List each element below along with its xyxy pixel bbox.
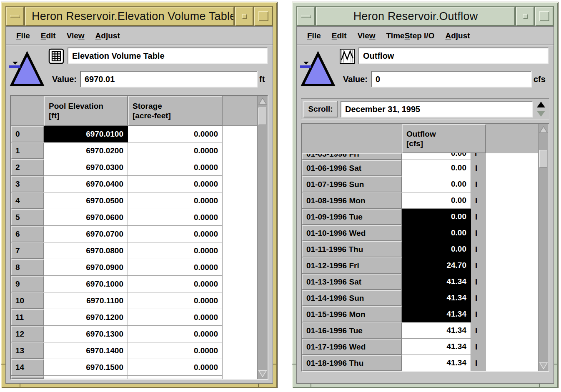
row-header[interactable]: 2 bbox=[11, 159, 44, 176]
outflow-value-cell[interactable]: 41.34 bbox=[402, 290, 471, 306]
value-field[interactable]: 0 bbox=[371, 71, 532, 87]
scrollbar-thumb[interactable] bbox=[539, 150, 547, 167]
date-row-header[interactable]: 01-08-1996 Mon bbox=[302, 192, 402, 209]
outflow-value-cell[interactable]: 0.00 bbox=[402, 192, 471, 209]
date-row-header[interactable]: 01-14-1996 Sun bbox=[302, 290, 402, 306]
storage-cell[interactable]: 0.0000 bbox=[128, 242, 223, 259]
resize-notch[interactable] bbox=[273, 364, 277, 365]
menu-file[interactable]: File bbox=[302, 30, 326, 42]
date-row-header[interactable]: 01-10-1996 Wed bbox=[302, 225, 402, 241]
pool-elevation-cell[interactable]: 6970.1000 bbox=[44, 276, 128, 292]
row-header[interactable]: 0 bbox=[11, 126, 44, 142]
row-header[interactable]: 13 bbox=[11, 342, 44, 359]
storage-cell[interactable]: 0.0000 bbox=[128, 142, 223, 159]
resize-notch[interactable] bbox=[311, 384, 311, 388]
pool-elevation-cell[interactable]: 6970.0100 bbox=[44, 126, 128, 142]
pool-elevation-cell[interactable]: 6970.1100 bbox=[44, 292, 128, 309]
window-menu-button[interactable] bbox=[297, 7, 315, 26]
menu-view[interactable]: View bbox=[352, 30, 381, 42]
resize-notch[interactable] bbox=[20, 384, 20, 388]
iconify-button[interactable] bbox=[516, 7, 534, 26]
storage-cell[interactable]: 0.0000 bbox=[128, 276, 223, 292]
storage-cell[interactable]: 0.0000 bbox=[128, 176, 223, 192]
titlebar[interactable]: Heron Reservoir.Elevation Volume Table bbox=[5, 6, 273, 26]
value-field[interactable]: 6970.01 bbox=[80, 71, 258, 87]
resize-notch[interactable] bbox=[1, 364, 5, 365]
spin-up-button[interactable] bbox=[535, 100, 547, 109]
column-header-outflow[interactable]: Outflow [cfs] bbox=[402, 124, 486, 153]
pool-elevation-cell[interactable]: 6970.0200 bbox=[44, 142, 128, 159]
menu-edit[interactable]: Edit bbox=[326, 30, 352, 42]
date-row-header[interactable]: 01-06-1996 Sat bbox=[302, 160, 402, 176]
date-row-header[interactable]: 01-15-1996 Mon bbox=[302, 306, 402, 322]
scroll-date-field[interactable]: December 31, 1995 bbox=[341, 101, 533, 117]
storage-cell[interactable]: 0.0000 bbox=[128, 192, 223, 209]
row-header[interactable]: 8 bbox=[11, 259, 44, 276]
column-header-pool-elevation[interactable]: Pool Elevation [ft] bbox=[44, 96, 128, 126]
scroll-down-arrow[interactable] bbox=[258, 368, 268, 379]
slot-name-field[interactable]: Outflow bbox=[358, 47, 548, 64]
pool-elevation-cell[interactable]: 6970.0400 bbox=[44, 176, 128, 192]
outflow-value-cell[interactable]: 41.34 bbox=[402, 355, 471, 371]
row-header[interactable]: 11 bbox=[11, 309, 44, 326]
scroll-up-arrow[interactable] bbox=[258, 96, 268, 107]
storage-cell[interactable]: 0.0000 bbox=[128, 209, 223, 226]
pool-elevation-cell[interactable]: 6970.1500 bbox=[44, 359, 128, 376]
scrollbar-thumb[interactable] bbox=[258, 107, 266, 125]
date-row-header[interactable]: 01-11-1996 Thu bbox=[302, 241, 402, 257]
pool-elevation-cell[interactable]: 6970.1400 bbox=[44, 342, 128, 359]
outflow-value-cell[interactable]: 24.70 bbox=[402, 257, 471, 274]
row-header[interactable]: 5 bbox=[11, 209, 44, 226]
menu-file[interactable]: File bbox=[11, 30, 35, 42]
storage-cell[interactable]: 0.0000 bbox=[128, 342, 223, 359]
row-header[interactable]: 1 bbox=[11, 142, 44, 159]
menu-adjust[interactable]: Adjust bbox=[440, 30, 475, 42]
row-header[interactable]: 14 bbox=[11, 359, 44, 376]
date-row-header[interactable]: 01-12-1996 Fri bbox=[302, 257, 402, 274]
maximize-button[interactable] bbox=[254, 7, 273, 26]
outflow-value-cell[interactable]: 0.00 bbox=[402, 225, 471, 241]
pool-elevation-cell[interactable]: 6970.1300 bbox=[44, 326, 128, 342]
resize-notch[interactable] bbox=[554, 364, 558, 365]
vertical-scrollbar[interactable] bbox=[257, 96, 268, 379]
row-header[interactable]: 3 bbox=[11, 176, 44, 192]
storage-cell[interactable]: 0.0000 bbox=[128, 309, 223, 326]
outflow-value-cell[interactable]: 41.34 bbox=[402, 306, 471, 322]
date-row-header[interactable]: 01-16-1996 Tue bbox=[302, 322, 402, 339]
storage-cell[interactable]: 0.0000 bbox=[128, 259, 223, 276]
date-row-header[interactable]: 01-13-1996 Sat bbox=[302, 274, 402, 290]
menu-adjust[interactable]: Adjust bbox=[90, 30, 125, 42]
date-row-header[interactable]: 01-17-1996 Wed bbox=[302, 339, 402, 355]
scroll-button[interactable]: Scroll: bbox=[303, 101, 338, 117]
spin-down-button[interactable] bbox=[535, 110, 547, 118]
outflow-value-cell[interactable]: 41.34 bbox=[402, 322, 471, 339]
resize-notch[interactable] bbox=[292, 364, 296, 365]
outflow-value-cell[interactable]: 0.00 bbox=[402, 160, 471, 176]
pool-elevation-cell[interactable]: 6970.0700 bbox=[44, 226, 128, 242]
outflow-value-cell[interactable]: 0.00 bbox=[402, 209, 471, 225]
titlebar[interactable]: Heron Reservoir.Outflow bbox=[296, 6, 554, 26]
iconify-button[interactable] bbox=[235, 7, 253, 26]
menu-edit[interactable]: Edit bbox=[35, 30, 61, 42]
row-header[interactable]: 9 bbox=[11, 276, 44, 292]
pool-elevation-cell[interactable]: 6970.0500 bbox=[44, 192, 128, 209]
storage-cell[interactable]: 0.0000 bbox=[128, 326, 223, 342]
menu-view[interactable]: View bbox=[61, 30, 90, 42]
storage-cell[interactable]: 0.0000 bbox=[128, 226, 223, 242]
pool-elevation-cell[interactable]: 6970.1200 bbox=[44, 309, 128, 326]
pool-elevation-cell[interactable]: 6970.0600 bbox=[44, 209, 128, 226]
slot-name-field[interactable]: Elevation Volume Table bbox=[68, 47, 268, 64]
date-row-header[interactable]: 01-18-1996 Thu bbox=[302, 355, 402, 371]
storage-cell[interactable]: 0.0000 bbox=[128, 292, 223, 309]
maximize-button[interactable] bbox=[535, 7, 553, 26]
vertical-scrollbar[interactable] bbox=[538, 124, 548, 371]
outflow-value-cell[interactable]: 41.34 bbox=[402, 339, 471, 355]
scrollbar-track[interactable] bbox=[258, 107, 268, 368]
outflow-value-cell[interactable]: 0.00 bbox=[402, 241, 471, 257]
outflow-value-cell[interactable]: 0.00 bbox=[402, 176, 471, 192]
scroll-up-arrow[interactable] bbox=[538, 124, 548, 135]
column-header-storage[interactable]: Storage [acre-feet] bbox=[128, 96, 223, 126]
outflow-value-cell[interactable]: 41.34 bbox=[402, 274, 471, 290]
scroll-down-arrow[interactable] bbox=[538, 360, 548, 371]
pool-elevation-cell[interactable]: 6970.0900 bbox=[44, 259, 128, 276]
